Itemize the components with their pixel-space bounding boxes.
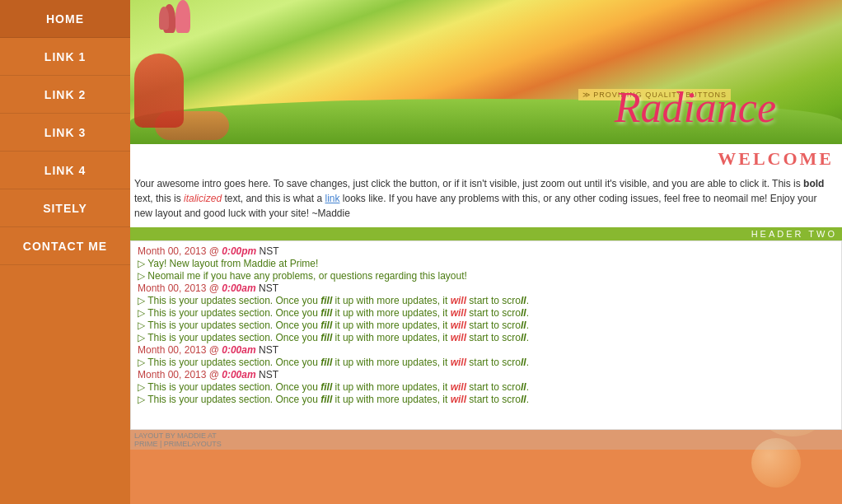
footer-line2: PRIME | PRIMELAYOUTS: [134, 440, 222, 448]
time-4: 0:00am: [222, 369, 255, 380]
time-3: 0:00am: [222, 344, 255, 356]
nav-link2[interactable]: LINK 2: [0, 76, 130, 114]
banner-title: Radiance: [615, 83, 776, 132]
it-will-4: will: [451, 307, 466, 319]
nst-2: NST: [256, 282, 278, 294]
update-entry-6: This is your updates section. Once you f…: [138, 332, 835, 343]
date-text-3: Month 00, 2013 @: [138, 344, 222, 356]
main-content: ≫ PROVIDING QUALITY BUTTONS Radiance WEL…: [130, 0, 842, 504]
update-entry-5: This is your updates section. Once you f…: [138, 320, 835, 331]
date-text-4: Month 00, 2013 @: [138, 369, 222, 380]
banner: ≫ PROVIDING QUALITY BUTTONS Radiance: [130, 0, 842, 144]
bold-text: bold: [803, 178, 824, 189]
update-entry-2: Neomail me if you have any problems, or …: [138, 270, 835, 282]
nav-link3[interactable]: LINK 3: [0, 114, 130, 152]
it-will-5: will: [451, 320, 466, 331]
sidebar: HOME LINK 1 LINK 2 LINK 3 LINK 4 SITELY …: [0, 0, 130, 504]
update-date-3: Month 00, 2013 @ 0:00am NST: [138, 344, 835, 356]
nst-1: NST: [256, 245, 278, 257]
update-entry-1: Yay! New layout from Maddie at Prime!: [138, 258, 835, 269]
nav-sitely[interactable]: SITELY: [0, 189, 130, 227]
update-entry-8: This is your updates section. Once you f…: [138, 381, 835, 393]
nav-link4[interactable]: LINK 4: [0, 152, 130, 189]
welcome-area: WELCOME: [130, 144, 842, 172]
nav-link1[interactable]: LINK 1: [0, 38, 130, 76]
update-entry-4: This is your updates section. Once you f…: [138, 307, 835, 319]
update-entry-3: This is your updates section. Once you f…: [138, 295, 835, 306]
welcome-heading: WELCOME: [718, 148, 834, 169]
date-text-1: Month 00, 2013 @: [138, 245, 222, 257]
it-will-9: will: [451, 394, 466, 405]
time-2: 0:00am: [222, 282, 255, 294]
updates-box[interactable]: Month 00, 2013 @ 0:00pm NST Yay! New lay…: [130, 240, 842, 430]
intro-text: Your awesome intro goes here. To save ch…: [130, 172, 842, 227]
it-will-7: will: [451, 357, 466, 368]
nst-3: NST: [256, 344, 278, 356]
update-date-4: Month 00, 2013 @ 0:00am NST: [138, 369, 835, 380]
date-text-2: Month 00, 2013 @: [138, 282, 222, 294]
link-text: link: [325, 193, 339, 204]
it-will-3: will: [451, 295, 466, 306]
nav-contact[interactable]: CONTACT ME: [0, 227, 130, 265]
header-two: HEADER TWO: [130, 227, 842, 240]
update-date-1: Month 00, 2013 @ 0:00pm NST: [138, 245, 835, 257]
update-date-2: Month 00, 2013 @ 0:00am NST: [138, 282, 835, 294]
nav-home[interactable]: HOME: [0, 0, 130, 38]
it-will-6: will: [451, 332, 466, 343]
update-entry-7: This is your updates section. Once you f…: [138, 357, 835, 368]
italic-text: italicized: [184, 193, 222, 204]
nst-4: NST: [256, 369, 278, 380]
it-will-8: will: [451, 381, 466, 393]
update-entry-9: This is your updates section. Once you f…: [138, 394, 835, 405]
footer-line1: LAYOUT BY MADDIE AT: [134, 432, 217, 440]
footer-credit: LAYOUT BY MADDIE AT PRIME | PRIMELAYOUTS: [130, 430, 842, 450]
time-1: 0:00pm: [222, 245, 256, 257]
